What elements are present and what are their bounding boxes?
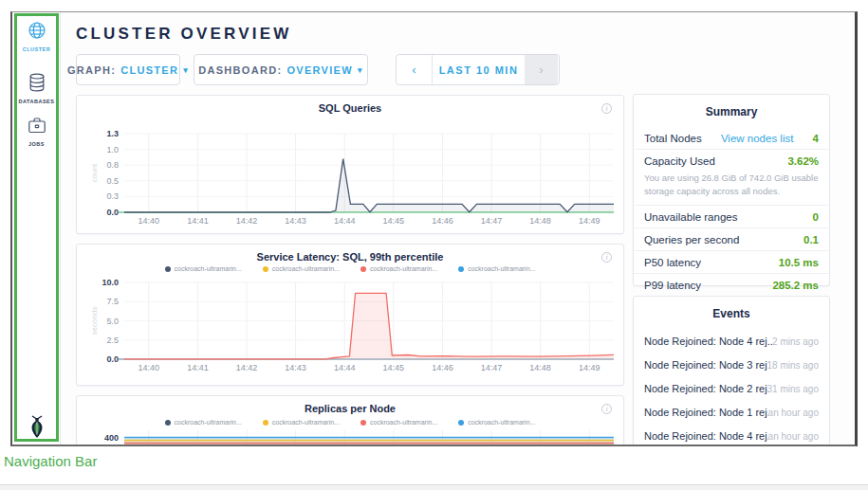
metric-label: P50 latency [644, 257, 701, 268]
admin-ui-window: CLUSTER DATABASES JOBS [10, 11, 858, 446]
metric-value: 4 [813, 133, 819, 144]
svg-text:14:42: 14:42 [236, 216, 258, 226]
bottom-divider [0, 484, 868, 490]
svg-text:14:49: 14:49 [579, 216, 600, 226]
summary-title: Summary [634, 95, 829, 127]
svg-text:0.3: 0.3 [106, 191, 119, 201]
svg-text:14:46: 14:46 [432, 216, 453, 226]
svg-text:14:42: 14:42 [236, 363, 258, 372]
svg-text:14:46: 14:46 [432, 363, 453, 372]
event-row[interactable]: Node Rejoined: Node 3 rej... 18 mins ago [634, 353, 829, 376]
sidebar-item-label: DATABASES [19, 99, 55, 104]
sidebar-item-databases[interactable]: DATABASES [12, 73, 61, 104]
metric-label: Queries per second [644, 234, 739, 245]
event-row[interactable]: Node Rejoined: Node 2 rej... 31 mins ago [634, 376, 829, 400]
events-title: Events [634, 297, 829, 329]
service-latency-chart-card: Service Latency: SQL, 99th percentile i … [76, 244, 624, 386]
svg-text:0.8: 0.8 [106, 160, 119, 170]
metric-block-capacity: Capacity Used 3.62% You are using 26.8 G… [634, 149, 829, 205]
svg-text:14:47: 14:47 [481, 363, 503, 372]
svg-text:count: count [90, 163, 99, 182]
svg-text:7.5: 7.5 [106, 297, 119, 306]
dashboard-dropdown-label: DASHBOARD: [198, 64, 282, 76]
time-range-next-button[interactable]: › [525, 55, 558, 84]
svg-text:14:40: 14:40 [139, 216, 160, 226]
service-latency-chart: 0.02.55.07.510.014:4014:4114:4214:4314:4… [77, 245, 625, 390]
event-time: an hour ago [768, 408, 819, 418]
metric-row-p50-latency: P50 latency 10.5 ms [634, 250, 829, 273]
chevron-down-icon: ▾ [183, 65, 189, 75]
event-row[interactable]: Node Rejoined: Node 4 rej... 2 mins ago [634, 329, 829, 353]
capacity-used-subtext: You are using 26.8 GiB of 742.0 GiB usab… [634, 172, 829, 205]
graph-dropdown-label: GRAPH: [67, 64, 116, 76]
svg-text:10.0: 10.0 [102, 278, 119, 287]
time-range-prev-button[interactable]: ‹ [397, 55, 433, 84]
metric-label: Total Nodes [644, 133, 702, 144]
metric-value: 10.5 ms [779, 257, 819, 268]
metric-label: Unavailable ranges [644, 211, 737, 223]
summary-panel: Summary Total Nodes View nodes list 4 Ca… [633, 94, 830, 286]
metric-row-total-nodes: Total Nodes View nodes list 4 [634, 127, 829, 149]
sidebar-item-label: JOBS [28, 141, 45, 147]
event-time: 18 mins ago [767, 360, 819, 371]
navigation-sidebar: CLUSTER DATABASES JOBS [12, 12, 61, 445]
sidebar-item-cluster[interactable]: CLUSTER [12, 21, 61, 52]
svg-text:14:48: 14:48 [529, 363, 551, 372]
dashboard-dropdown-value: OVERVIEW [286, 64, 353, 76]
chevron-down-icon: ▾ [358, 65, 363, 75]
event-label: Node Rejoined: Node 2 rej... [644, 383, 767, 394]
event-row[interactable]: Node Rejoined: Node 4 rej... an hour ago [634, 424, 829, 446]
graph-dropdown-value: CLUSTER [120, 64, 178, 76]
svg-text:0.0: 0.0 [106, 208, 119, 217]
time-range-label[interactable]: LAST 10 MIN [433, 55, 525, 84]
svg-text:14:43: 14:43 [285, 216, 306, 226]
database-icon [28, 73, 46, 96]
metric-label: Capacity Used [644, 155, 715, 167]
dashboard-dropdown[interactable]: DASHBOARD: OVERVIEW ▾ [194, 54, 368, 85]
replicas-per-node-chart-card: Replicas per Node i cockroach-ultramarin… [76, 395, 624, 446]
view-nodes-list-link[interactable]: View nodes list [721, 133, 794, 144]
briefcase-icon [28, 117, 46, 138]
cockroachdb-logo-icon [27, 415, 47, 443]
time-range-selector: ‹ LAST 10 MIN › [396, 54, 560, 85]
svg-text:5.0: 5.0 [106, 317, 119, 326]
svg-text:14:43: 14:43 [285, 363, 306, 372]
svg-text:14:44: 14:44 [334, 363, 356, 372]
event-time: an hour ago [768, 431, 819, 442]
sql-queries-chart-card: SQL Queries i 0.00.30.50.81.01.314:4014:… [76, 95, 624, 234]
events-panel: Events Node Rejoined: Node 4 rej... 2 mi… [633, 296, 830, 446]
metric-value: 0.1 [803, 234, 819, 245]
metric-row-unavailable-ranges: Unavailable ranges 0 [634, 205, 829, 227]
replicas-per-node-chart: 400 [77, 396, 625, 446]
svg-text:400: 400 [104, 433, 119, 443]
metric-row-capacity-used: Capacity Used 3.62% [634, 149, 829, 172]
svg-text:14:44: 14:44 [334, 216, 356, 226]
sidebar-item-label: CLUSTER [23, 46, 50, 52]
svg-text:14:41: 14:41 [187, 216, 209, 226]
svg-text:1.3: 1.3 [106, 129, 119, 138]
svg-text:2.5: 2.5 [106, 336, 119, 345]
event-row[interactable]: Node Rejoined: Node 1 rej... an hour ago [634, 400, 829, 424]
svg-text:14:45: 14:45 [383, 216, 405, 226]
graph-dropdown[interactable]: GRAPH: CLUSTER ▾ [76, 54, 180, 85]
event-time: 2 mins ago [772, 336, 819, 347]
svg-text:0.5: 0.5 [106, 176, 119, 186]
event-label: Node Rejoined: Node 4 rej... [644, 430, 768, 442]
metric-label: P99 latency [644, 280, 701, 291]
event-label: Node Rejoined: Node 4 rej... [644, 336, 772, 347]
event-label: Node Rejoined: Node 1 rej... [644, 407, 768, 418]
globe-icon [28, 21, 46, 44]
svg-text:seconds: seconds [90, 307, 99, 336]
sql-queries-chart: 0.00.30.50.81.01.314:4014:4114:4214:4314… [77, 96, 625, 239]
svg-text:0.0: 0.0 [106, 354, 119, 364]
metric-value: 0 [813, 211, 819, 223]
page-title: CLUSTER OVERVIEW [76, 25, 292, 44]
metric-row-queries-per-second: Queries per second 0.1 [634, 227, 829, 250]
chevron-left-icon: ‹ [412, 63, 416, 77]
event-label: Node Rejoined: Node 3 rej... [644, 359, 767, 371]
event-time: 31 mins ago [767, 384, 819, 394]
svg-text:14:41: 14:41 [187, 363, 209, 372]
sidebar-item-jobs[interactable]: JOBS [12, 117, 61, 147]
metric-row-p99-latency: P99 latency 285.2 ms [634, 273, 829, 296]
cockroachdb-logo[interactable] [12, 415, 61, 443]
